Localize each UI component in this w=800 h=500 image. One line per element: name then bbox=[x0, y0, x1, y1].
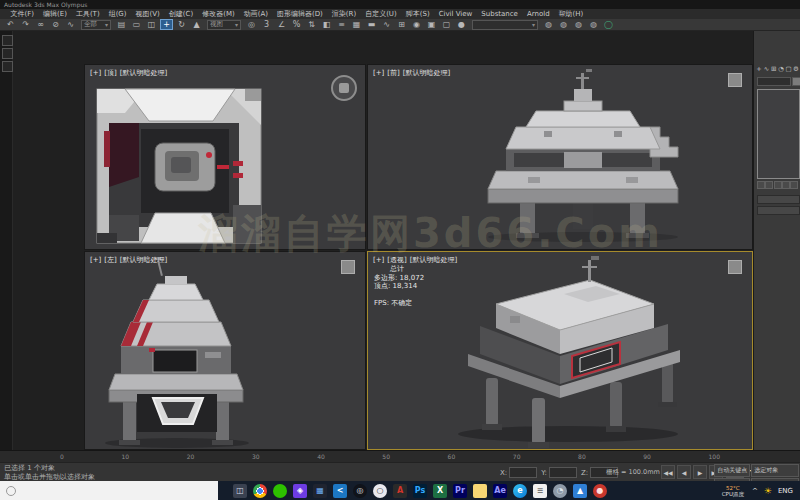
use-pivot-point-icon[interactable]: ◎ bbox=[245, 19, 258, 30]
project-folder-dropdown[interactable]: ▾ bbox=[472, 20, 538, 30]
mirror-icon[interactable]: ◧ bbox=[320, 19, 333, 30]
edge-icon[interactable]: e bbox=[513, 484, 527, 498]
object-name-field[interactable] bbox=[757, 77, 791, 86]
viewport-view-label[interactable]: [前] bbox=[387, 69, 399, 77]
timeline-trackbar[interactable]: 0102030405060708090100 bbox=[0, 450, 800, 462]
ribbon-toggle-icon[interactable]: ▬ bbox=[365, 19, 378, 30]
task-view-icon[interactable]: ◫ bbox=[233, 484, 247, 498]
steam-icon[interactable]: ○ bbox=[373, 484, 387, 498]
app-blue-icon[interactable]: ▲ bbox=[573, 484, 587, 498]
rollout-header[interactable] bbox=[757, 206, 800, 215]
photos-icon[interactable]: ▦ bbox=[313, 484, 327, 498]
modify-tab-icon[interactable]: ∿ bbox=[763, 64, 769, 73]
motion-tab-icon[interactable]: ◔ bbox=[778, 64, 784, 73]
menu-item[interactable]: 帮助(H) bbox=[554, 9, 588, 19]
create-tab-icon[interactable]: + bbox=[756, 64, 762, 73]
layout-tab-icon[interactable] bbox=[2, 35, 13, 46]
make-unique-icon[interactable] bbox=[774, 181, 782, 189]
layer-manager-icon[interactable]: ▦ bbox=[350, 19, 363, 30]
tray-expand-icon[interactable]: ^ bbox=[752, 487, 758, 495]
select-by-name-icon[interactable]: ▤ bbox=[115, 19, 128, 30]
viewport-shading-label[interactable]: [默认明暗处理] bbox=[120, 69, 167, 77]
viewcube-icon[interactable] bbox=[331, 75, 357, 101]
undo-icon[interactable]: ↶ bbox=[4, 19, 17, 30]
percent-snap-icon[interactable]: % bbox=[290, 19, 303, 30]
display-tab-icon[interactable]: ▢ bbox=[786, 64, 792, 73]
play-icon[interactable]: ▶ bbox=[693, 465, 707, 479]
pin-stack-icon[interactable] bbox=[757, 181, 765, 189]
viewport-front[interactable]: [+][前][默认明暗处理] bbox=[367, 64, 753, 250]
menu-item[interactable]: 渲染(R) bbox=[327, 9, 360, 19]
app-sphere-icon[interactable]: ◔ bbox=[553, 484, 567, 498]
chrome-icon[interactable] bbox=[253, 484, 267, 498]
auto-key-button[interactable]: 自动关键点 bbox=[714, 464, 750, 477]
wechat-icon[interactable] bbox=[273, 484, 287, 498]
utilities-tab-icon[interactable]: ⚙ bbox=[793, 64, 799, 73]
menu-item[interactable]: 视图(V) bbox=[131, 9, 164, 19]
redo-icon[interactable]: ↷ bbox=[19, 19, 32, 30]
photoshop-icon[interactable]: Ps bbox=[413, 484, 427, 498]
snap-toggle-3d-icon[interactable]: 3 bbox=[260, 19, 273, 30]
angle-snap-icon[interactable]: ∠ bbox=[275, 19, 288, 30]
window-crossing-icon[interactable]: ◫ bbox=[145, 19, 158, 30]
spinner-snap-icon[interactable]: ⇅ bbox=[305, 19, 318, 30]
render-icon[interactable]: ● bbox=[455, 19, 468, 30]
configure-modifier-sets-icon[interactable] bbox=[790, 181, 798, 189]
hierarchy-tab-icon[interactable]: ⊞ bbox=[771, 64, 777, 73]
viewport-menu-plus[interactable]: [+] bbox=[373, 69, 384, 77]
viewport-left[interactable]: [+][左][默认明暗处理] bbox=[84, 251, 366, 450]
language-indicator[interactable]: ENG bbox=[778, 487, 793, 495]
viewport-shading-label[interactable]: [默认明暗处理] bbox=[120, 256, 167, 264]
excel-icon[interactable]: X bbox=[433, 484, 447, 498]
viewport-menu-plus[interactable]: [+] bbox=[90, 256, 101, 264]
schematic-view-icon[interactable]: ⊞ bbox=[395, 19, 408, 30]
menu-item[interactable]: 工具(T) bbox=[71, 9, 104, 19]
modifier-stack-list[interactable] bbox=[757, 89, 800, 179]
activeshade-icon[interactable]: ◍ bbox=[572, 19, 585, 30]
select-and-link-icon[interactable]: ∞ bbox=[34, 19, 47, 30]
reference-coordinate-dropdown[interactable]: 视图▾ bbox=[207, 20, 241, 30]
y-coordinate-field[interactable] bbox=[549, 467, 577, 478]
viewport-shading-label[interactable]: [默认明暗处理] bbox=[410, 256, 457, 264]
arnold-render-icon[interactable]: ◍ bbox=[587, 19, 600, 30]
notepad-icon[interactable]: ≡ bbox=[533, 484, 547, 498]
menu-item[interactable]: Substance bbox=[477, 10, 523, 18]
menu-item[interactable]: 图形编辑器(D) bbox=[272, 9, 327, 19]
menu-item[interactable]: 脚本(S) bbox=[401, 9, 434, 19]
viewport-menu-plus[interactable]: [+] bbox=[373, 256, 384, 264]
curve-editor-icon[interactable]: ∿ bbox=[380, 19, 393, 30]
align-icon[interactable]: ≡ bbox=[335, 19, 348, 30]
bind-to-space-warp-icon[interactable]: ∿ bbox=[64, 19, 77, 30]
cpu-temperature-widget[interactable]: 52°C CPU温度 bbox=[722, 485, 744, 497]
previous-frame-icon[interactable]: ◀ bbox=[677, 465, 691, 479]
folder-icon[interactable] bbox=[473, 484, 487, 498]
layout-tab-icon[interactable] bbox=[2, 48, 13, 59]
menu-item[interactable]: 动画(A) bbox=[239, 9, 272, 19]
viewcube-icon[interactable] bbox=[728, 260, 742, 274]
x-coordinate-field[interactable] bbox=[509, 467, 537, 478]
unlink-selection-icon[interactable]: ⊘ bbox=[49, 19, 62, 30]
menu-item[interactable]: 文件(F) bbox=[6, 9, 39, 19]
menu-item[interactable]: 修改器(M) bbox=[198, 9, 240, 19]
selected-dropdown[interactable]: 选定对象 bbox=[751, 464, 799, 477]
select-and-scale-icon[interactable]: ▲ bbox=[190, 19, 203, 30]
select-and-move-icon[interactable]: + bbox=[160, 19, 173, 30]
weather-sun-icon[interactable]: ☀ bbox=[764, 486, 772, 496]
layout-tab-icon[interactable] bbox=[2, 61, 13, 72]
viewport-view-label[interactable]: [透视] bbox=[387, 256, 406, 264]
render-iterative-icon[interactable]: ◍ bbox=[557, 19, 570, 30]
premiere-icon[interactable]: Pr bbox=[453, 484, 467, 498]
menu-item[interactable]: 组(G) bbox=[104, 9, 131, 19]
autocad-icon[interactable]: A bbox=[393, 484, 407, 498]
viewport-view-label[interactable]: [左] bbox=[104, 256, 116, 264]
viewport-view-label[interactable]: [顶] bbox=[104, 69, 116, 77]
remove-modifier-icon[interactable] bbox=[782, 181, 790, 189]
render-production-icon[interactable]: ◍ bbox=[542, 19, 555, 30]
menu-item[interactable]: 创建(C) bbox=[164, 9, 197, 19]
taskbar-search-input[interactable] bbox=[0, 481, 218, 500]
viewport-perspective[interactable]: [+][透视][默认明暗处理] 总计 多边形: 18,072 顶点: 18,31… bbox=[367, 251, 753, 450]
menu-item[interactable]: Arnold bbox=[522, 10, 554, 18]
viewport-shading-label[interactable]: [默认明暗处理] bbox=[403, 69, 450, 77]
app-red-icon[interactable]: ● bbox=[593, 484, 607, 498]
rectangular-selection-region-icon[interactable]: ▭ bbox=[130, 19, 143, 30]
